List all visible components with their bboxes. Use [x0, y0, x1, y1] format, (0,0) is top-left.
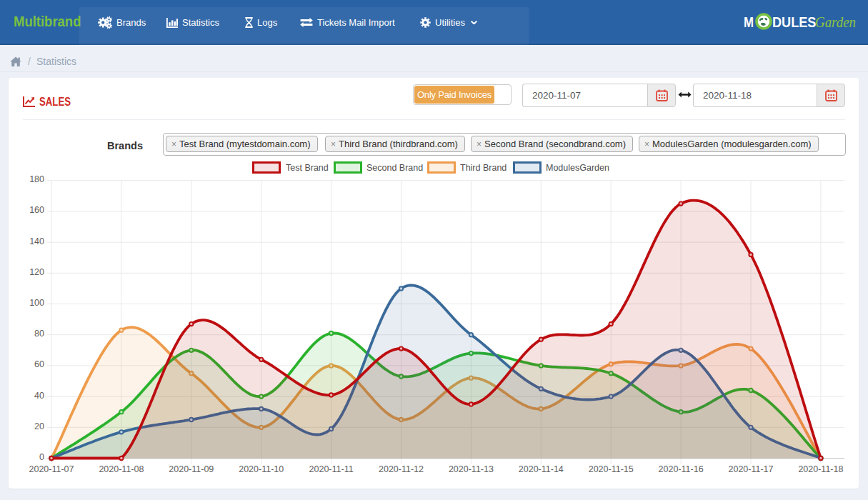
svg-text:2020-11-13: 2020-11-13	[449, 464, 494, 474]
svg-text:2020-11-08: 2020-11-08	[99, 464, 144, 474]
svg-text:20: 20	[34, 421, 44, 431]
svg-text:120: 120	[29, 267, 44, 277]
svg-text:2020-11-17: 2020-11-17	[728, 464, 773, 474]
svg-text:2020-11-14: 2020-11-14	[519, 464, 564, 474]
svg-text:180: 180	[29, 174, 44, 184]
svg-text:80: 80	[34, 329, 44, 339]
svg-text:0: 0	[39, 452, 44, 462]
svg-text:2020-11-12: 2020-11-12	[379, 464, 424, 474]
svg-text:2020-11-15: 2020-11-15	[589, 464, 634, 474]
svg-text:2020-11-16: 2020-11-16	[659, 464, 704, 474]
svg-text:140: 140	[29, 236, 44, 246]
svg-text:2020-11-11: 2020-11-11	[309, 464, 354, 474]
svg-text:2020-11-07: 2020-11-07	[29, 464, 74, 474]
svg-text:100: 100	[29, 298, 44, 308]
svg-text:60: 60	[34, 359, 44, 369]
svg-text:160: 160	[29, 205, 44, 215]
svg-text:2020-11-10: 2020-11-10	[239, 464, 284, 474]
svg-text:40: 40	[34, 391, 44, 401]
svg-text:2020-11-18: 2020-11-18	[798, 464, 843, 474]
svg-text:2020-11-09: 2020-11-09	[169, 464, 214, 474]
